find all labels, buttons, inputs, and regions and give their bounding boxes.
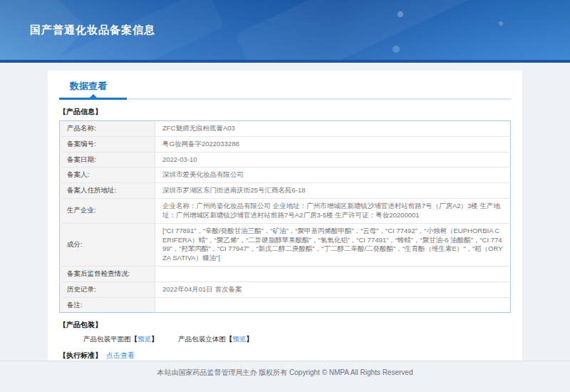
header-decor-dot [393, 46, 400, 53]
page-title: 国产普通化妆品备案信息 [30, 24, 155, 37]
row-value: 深圳市罗湖区东门街道南庆街25号汇商名苑6-18 [155, 183, 511, 199]
table-row-filer: 备案人: 深圳市爱美化妆品有限公司 [60, 167, 511, 183]
standard-line: 【执行标准】点击查看 [59, 351, 511, 361]
table-row-manufacturer: 生产企业: 企业名称：广州尚姿化妆品有限公司 企业地址：广州市增城区新塘镇沙埔官… [60, 199, 511, 224]
header-decor-dot [398, 11, 403, 17]
header-decor-dot [499, 21, 503, 26]
bracket-open: 【 [131, 335, 138, 343]
tab-data-view[interactable]: 数据查看 [59, 80, 127, 98]
standard-title: 【执行标准】 [59, 351, 102, 359]
row-label: 备案人: [60, 167, 155, 183]
row-value [155, 266, 511, 282]
row-value: ZFC魅师无痕粉底膏A03 [155, 121, 511, 137]
packaging-stereo-preview-link[interactable]: 预览 [232, 335, 246, 343]
packaging-flat-item: 产品包装平面图【预览】 [83, 335, 158, 343]
packaging-stereo-label: 产品包装立体图 [178, 335, 226, 343]
standard-view-link[interactable]: 点击查看 [106, 351, 135, 359]
row-value: 企业名称：广州尚姿化妆品有限公司 企业地址：广州市增城区新塘镇沙埔官道村站前路7… [155, 199, 511, 224]
section-title-packaging: 【产品包装】 [59, 320, 511, 330]
row-value: 深圳市爱美化妆品有限公司 [155, 167, 511, 183]
section-title-product-info: 【产品信息】 [59, 107, 511, 117]
row-label: 生产企业: [60, 199, 155, 224]
table-row-product-name: 产品名称: ZFC魅师无痕粉底膏A03 [60, 121, 511, 137]
row-value: 2022年04月01日 首次备案 [155, 282, 511, 297]
page-header: 国产普通化妆品备案信息 [0, 0, 570, 63]
copyright-text: 本站由国家药品监督管理局主办 版权所有 Copyright © NMPA All… [157, 368, 413, 376]
tab-bar: 数据查看 [59, 71, 511, 100]
row-label: 备案日期: [60, 152, 155, 167]
table-row-ingredients: 成分: [“CI 77891”，“辛酸/癸酸甘油三酯”，“矿油”，“聚甲基丙烯酸… [60, 223, 511, 266]
row-value: [“CI 77891”，“辛酸/癸酸甘油三酯”，“矿油”，“聚甲基丙烯酸甲酯”，… [155, 223, 511, 266]
row-value: 2022-03-10 [155, 152, 511, 167]
row-label: 备案后监督检查情况: [60, 266, 155, 282]
table-row-filing-date: 备案日期: 2022-03-10 [60, 152, 511, 167]
row-label: 备案编号: [60, 136, 155, 152]
content-card: 数据查看 【产品信息】 产品名称: ZFC魅师无痕粉底膏A03 备案编号: 粤G… [48, 71, 522, 386]
row-value [155, 297, 511, 313]
header-decor-band [235, 0, 535, 63]
packaging-flat-label: 产品包装平面图 [83, 335, 131, 343]
table-row-filer-address: 备案人住所地址: 深圳市罗湖区东门街道南庆街25号汇商名苑6-18 [60, 183, 511, 199]
row-value: 粤G妆网备字2022033288 [155, 136, 511, 152]
table-row-supervision: 备案后监督检查情况: [60, 266, 511, 282]
packaging-flat-preview-link[interactable]: 预览 [138, 335, 151, 343]
table-row-history: 历史记录: 2022年04月01日 首次备案 [60, 282, 511, 297]
row-label: 产品名称: [60, 121, 155, 137]
row-label: 历史记录: [60, 282, 155, 297]
packaging-line: 产品包装平面图【预览】 产品包装立体图【预览】 [83, 335, 511, 344]
row-label: 备案人住所地址: [60, 183, 155, 199]
bracket-open: 【 [226, 335, 233, 343]
product-info-table: 产品名称: ZFC魅师无痕粉底膏A03 备案编号: 粤G妆网备字20220332… [59, 120, 511, 313]
table-row-filing-number: 备案编号: 粤G妆网备字2022033288 [60, 136, 511, 152]
bracket-close: 】 [151, 335, 158, 343]
page-footer: 本站由国家药品监督管理局主办 版权所有 Copyright © NMPA All… [0, 361, 570, 392]
table-row-remark: 备注: [60, 297, 511, 313]
packaging-stereo-item: 产品包装立体图【预览】 [178, 335, 253, 343]
bracket-close: 】 [246, 335, 253, 343]
row-label: 备注: [60, 297, 155, 313]
row-label: 成分: [60, 223, 155, 266]
